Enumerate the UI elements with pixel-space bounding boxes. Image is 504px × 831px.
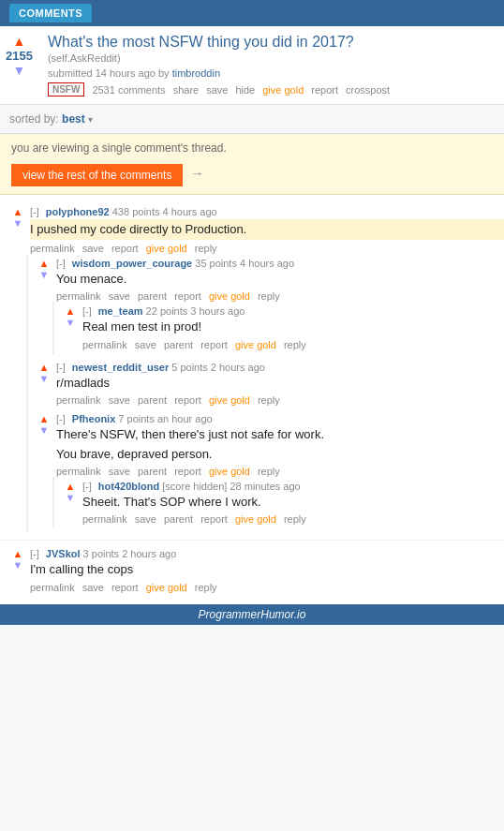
c1r3-collapse[interactable]: [-] (56, 413, 66, 424)
c2-save[interactable]: save (82, 582, 104, 593)
c1r1r1-vote: ▲ ▼ (62, 305, 79, 328)
c1r3-time: an hour ago (157, 413, 213, 424)
c1r1r1-username[interactable]: me_team (98, 305, 143, 317)
c1r3r1-body: [-] hot420blond [score hidden] 28 minute… (82, 481, 504, 525)
c1r1r1-collapse[interactable]: [-] (82, 305, 92, 317)
c2-username[interactable]: JVSkol (46, 548, 81, 559)
c2-givegold[interactable]: give gold (146, 582, 187, 593)
c1r3-username[interactable]: Pfheonix (72, 413, 115, 424)
c1-reply[interactable]: reply (195, 243, 217, 254)
c1r2-report[interactable]: report (174, 394, 201, 406)
c1r3-reply[interactable]: reply (258, 466, 280, 477)
c1r3r1-downvote[interactable]: ▼ (66, 492, 76, 503)
c1r2-username[interactable]: newest_reddit_user (72, 362, 169, 373)
c1-report[interactable]: report (111, 243, 139, 254)
footer: ProgrammerHumor.io (0, 604, 504, 625)
c1r3r1-save[interactable]: save (135, 513, 156, 525)
c1r3-upvote[interactable]: ▲ (39, 413, 50, 424)
c1r1-report[interactable]: report (174, 290, 201, 302)
c1r2-downvote[interactable]: ▼ (39, 373, 50, 384)
c2-header: [-] JVSkol 3 points 2 hours ago (30, 548, 504, 559)
crosspost-action[interactable]: crosspost (346, 84, 390, 96)
post-author[interactable]: timbroddin (172, 67, 220, 79)
c2-reply[interactable]: reply (195, 582, 217, 593)
post-upvote[interactable]: ▲ (13, 34, 26, 49)
c1r3-save[interactable]: save (109, 466, 130, 477)
c2-time: 2 hours ago (122, 548, 176, 559)
c1r1-givegold[interactable]: give gold (209, 290, 250, 302)
c1r1r1-permalink[interactable]: permalink (82, 339, 127, 350)
c1r1-username[interactable]: wisdom_power_courage (72, 258, 192, 269)
nsfw-badge: NSFW (48, 82, 84, 96)
c1r1-vote: ▲ ▼ (36, 258, 52, 280)
c1r3-report[interactable]: report (174, 466, 201, 477)
c1r3-givegold[interactable]: give gold (209, 466, 250, 477)
c1r2-parent[interactable]: parent (138, 394, 167, 406)
post-title[interactable]: What's the most NSFW thing you did in 20… (48, 34, 495, 51)
comments-tab[interactable]: COMMENTS (9, 4, 92, 22)
c1r1-save[interactable]: save (109, 290, 130, 302)
c1r2-permalink[interactable]: permalink (56, 394, 101, 406)
c1r3-vote: ▲ ▼ (36, 413, 52, 436)
c1r1r1-downvote[interactable]: ▼ (66, 317, 76, 328)
c1r2-givegold[interactable]: give gold (209, 394, 250, 406)
c1-username[interactable]: polyphone92 (46, 206, 110, 217)
c1r1-parent[interactable]: parent (138, 290, 167, 302)
c1r1-reply[interactable]: reply (258, 290, 280, 302)
sort-method[interactable]: best (62, 112, 85, 126)
report-action[interactable]: report (311, 84, 338, 96)
c1r3r1-permalink[interactable]: permalink (82, 513, 127, 525)
c1-permalink[interactable]: permalink (30, 243, 75, 254)
c1r1r1-parent[interactable]: parent (164, 339, 193, 350)
c1r1r1-upvote[interactable]: ▲ (66, 305, 76, 317)
c2-upvote[interactable]: ▲ (13, 548, 23, 559)
c1r3r1-collapse[interactable]: [-] (82, 481, 92, 492)
c1r1r1-givegold[interactable]: give gold (235, 339, 276, 350)
c1r1-collapse[interactable]: [-] (56, 258, 66, 269)
c1r2-vote: ▲ ▼ (36, 362, 52, 384)
c1r2-collapse[interactable]: [-] (56, 362, 66, 373)
c1r3-parent[interactable]: parent (138, 466, 167, 477)
c1r3r1-reply[interactable]: reply (284, 513, 306, 525)
c2-permalink[interactable]: permalink (30, 582, 75, 593)
sort-arrow[interactable]: ▾ (88, 114, 93, 125)
c1r2-reply[interactable]: reply (258, 394, 280, 406)
c1r1-downvote[interactable]: ▼ (39, 269, 50, 280)
c2-report[interactable]: report (111, 582, 139, 593)
c1r3r1-givegold[interactable]: give gold (235, 513, 276, 525)
c1r2-save[interactable]: save (109, 394, 130, 406)
c1-collapse[interactable]: [-] (30, 206, 39, 217)
view-rest-button[interactable]: view the rest of the comments (11, 164, 183, 186)
c1r1r1-save[interactable]: save (135, 339, 156, 350)
c1r1-permalink[interactable]: permalink (56, 290, 101, 302)
c1-save[interactable]: save (82, 243, 104, 254)
comments-area: ▲ ▼ [-] polyphone92 438 points 4 hours a… (0, 195, 504, 604)
c1r3r1-parent[interactable]: parent (164, 513, 193, 525)
comment-c1r3r1: ▲ ▼ [-] hot420blond [score hidden] 28 mi… (54, 477, 504, 528)
c1-downvote[interactable]: ▼ (13, 217, 23, 229)
c1r3r1-username[interactable]: hot420blond (98, 481, 159, 492)
c1r3r1-report[interactable]: report (200, 513, 228, 525)
save-action[interactable]: save (206, 84, 228, 96)
c1r3-actions: permalink save parent report give gold r… (56, 466, 504, 477)
c2-text: I'm calling the cops (30, 561, 504, 578)
give-gold-action[interactable]: give gold (262, 84, 304, 96)
c1r1-upvote[interactable]: ▲ (39, 258, 50, 269)
c1r1r1-report[interactable]: report (200, 339, 228, 350)
c1-upvote[interactable]: ▲ (13, 206, 23, 217)
hide-action[interactable]: hide (235, 84, 255, 96)
c2-downvote[interactable]: ▼ (13, 559, 23, 571)
c1r1r1-reply[interactable]: reply (284, 339, 306, 350)
c1r3-permalink[interactable]: permalink (56, 466, 101, 477)
by-label: by (158, 67, 170, 79)
c1r2-upvote[interactable]: ▲ (39, 362, 50, 373)
c1r1-text: You menace. (56, 271, 504, 288)
c2-collapse[interactable]: [-] (30, 548, 39, 559)
share-action[interactable]: share (173, 84, 200, 96)
c1r3r1-upvote[interactable]: ▲ (66, 481, 76, 492)
c1r3-downvote[interactable]: ▼ (39, 424, 50, 436)
c1-givegold[interactable]: give gold (146, 243, 187, 254)
post-meta: submitted 14 hours ago by timbroddin (48, 67, 495, 79)
post-downvote[interactable]: ▼ (13, 63, 26, 78)
c1r1-replies: ▲ ▼ [-] me_team 22 points 3 hours ago (52, 302, 504, 353)
